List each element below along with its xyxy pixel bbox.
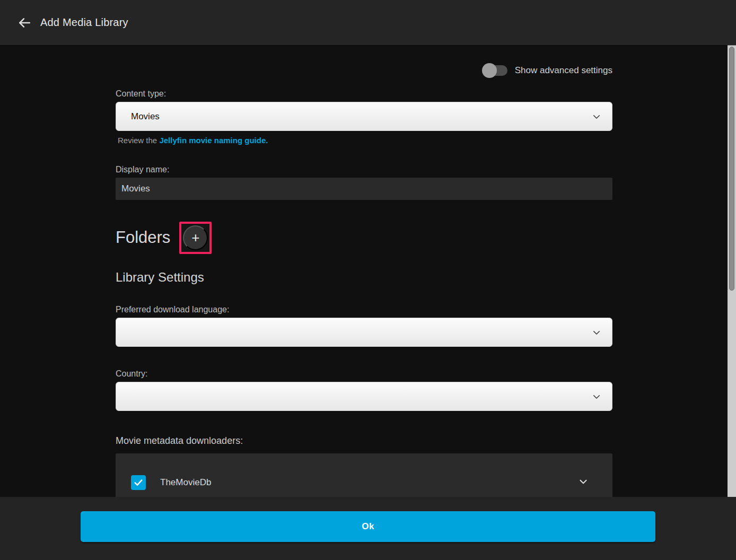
content-type-select[interactable]: Movies	[116, 102, 612, 131]
country-select[interactable]	[116, 382, 612, 411]
content-type-label: Content type:	[116, 89, 612, 99]
chevron-down-icon	[592, 112, 601, 121]
chevron-down-icon	[592, 328, 601, 337]
scrollbar-thumb[interactable]	[729, 47, 734, 291]
plus-icon: +	[191, 231, 199, 244]
metadata-downloaders-label: Movie metadata downloaders:	[116, 435, 243, 446]
metadata-downloader-name: TheMovieDb	[160, 477, 211, 488]
preferred-language-select[interactable]	[116, 318, 612, 347]
naming-guide-help: Review the Jellyfin movie naming guide.	[118, 136, 612, 145]
advanced-settings-row: Show advanced settings	[116, 63, 612, 78]
naming-guide-suffix: .	[266, 136, 268, 145]
add-library-form: Show advanced settings Content type: Mov…	[116, 45, 612, 497]
ok-button[interactable]: Ok	[81, 511, 655, 542]
scroll-view[interactable]: Show advanced settings Content type: Mov…	[0, 45, 736, 497]
arrow-left-icon	[17, 16, 31, 30]
form-footer: Ok	[0, 497, 736, 560]
page-title: Add Media Library	[40, 16, 128, 29]
content-type-value: Movies	[131, 111, 160, 122]
scrollbar-track[interactable]	[728, 45, 736, 497]
display-name-label: Display name:	[116, 165, 612, 174]
add-folder-button[interactable]: +	[183, 225, 208, 250]
advanced-settings-toggle[interactable]	[482, 65, 507, 76]
naming-guide-link[interactable]: Jellyfin movie naming guide	[159, 136, 266, 145]
chevron-down-icon	[592, 392, 601, 401]
metadata-downloader-item: TheMovieDb	[116, 453, 612, 497]
country-label: Country:	[116, 369, 612, 379]
naming-guide-prefix: Review the	[118, 136, 159, 145]
library-settings-heading: Library Settings	[116, 270, 612, 285]
app-header: Add Media Library	[0, 0, 736, 45]
chevron-down-icon[interactable]	[577, 476, 589, 487]
check-icon	[133, 477, 144, 488]
add-folder-focus-ring: +	[179, 222, 212, 254]
folders-heading: Folders	[116, 228, 170, 247]
advanced-settings-label: Show advanced settings	[515, 65, 612, 76]
folders-section-header: Folders +	[116, 221, 612, 254]
preferred-language-label: Preferred download language:	[116, 305, 612, 314]
toggle-knob	[482, 63, 497, 78]
display-name-input[interactable]	[116, 178, 612, 200]
themoviedb-checkbox[interactable]	[131, 475, 146, 490]
back-button[interactable]	[13, 11, 36, 34]
